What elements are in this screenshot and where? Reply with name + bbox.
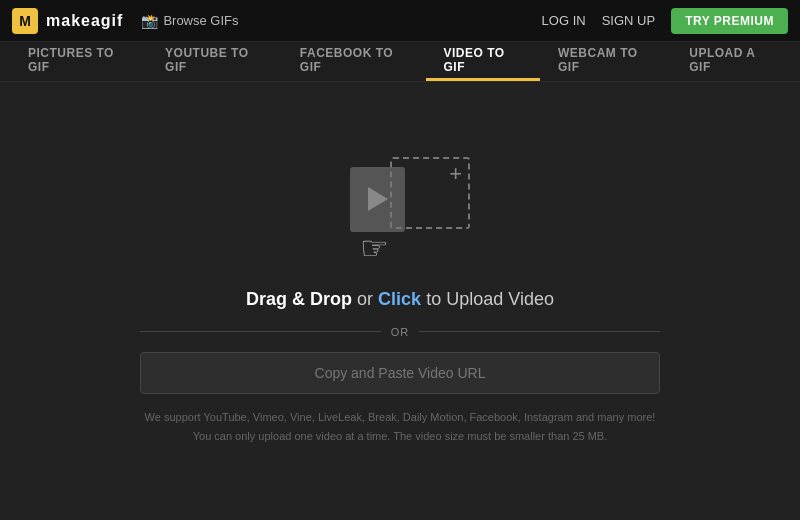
nav-right: LOG IN SIGN UP TRY PREMIUM xyxy=(542,8,788,34)
tab-upload[interactable]: UPLOAD A GIF xyxy=(671,42,790,81)
tab-video[interactable]: VIDEO TO GIF xyxy=(426,42,541,81)
url-input[interactable] xyxy=(140,352,660,394)
support-line2: You can only upload one video at a time.… xyxy=(145,427,656,446)
to-upload-label: to Upload Video xyxy=(421,289,554,309)
browse-gifs-button[interactable]: 📸 Browse GIFs xyxy=(141,13,238,29)
tab-navigation: PICTURES TO GIF YOUTUBE TO GIF FACEBOOK … xyxy=(0,42,800,82)
top-navigation: M makeagif 📸 Browse GIFs LOG IN SIGN UP … xyxy=(0,0,800,42)
or-line-left xyxy=(140,331,381,332)
tab-webcam[interactable]: WEBCAM TO GIF xyxy=(540,42,671,81)
or-divider: OR xyxy=(140,326,660,338)
support-text: We support YouTube, Vimeo, Vine, LiveLea… xyxy=(145,408,656,445)
click-label: Click xyxy=(378,289,421,309)
logo-text: makeagif xyxy=(46,12,123,30)
upload-prompt-text: Drag & Drop or Click to Upload Video xyxy=(246,289,554,310)
logo-area: M makeagif xyxy=(12,8,123,34)
browse-icon: 📸 xyxy=(141,13,158,29)
tab-facebook[interactable]: FACEBOOK TO GIF xyxy=(282,42,426,81)
or-line-right xyxy=(419,331,660,332)
browse-label: Browse GIFs xyxy=(163,13,238,28)
or-text-inline: or xyxy=(352,289,378,309)
drag-drop-label: Drag & Drop xyxy=(246,289,352,309)
drop-zone-icon: + ☞ xyxy=(330,157,470,267)
plus-icon: + xyxy=(449,163,462,185)
play-triangle-icon xyxy=(368,187,388,211)
or-label: OR xyxy=(391,326,410,338)
url-input-wrapper xyxy=(140,352,660,394)
try-premium-button[interactable]: TRY PREMIUM xyxy=(671,8,788,34)
main-upload-area[interactable]: + ☞ Drag & Drop or Click to Upload Video… xyxy=(0,82,800,520)
login-link[interactable]: LOG IN xyxy=(542,13,586,28)
signup-link[interactable]: SIGN UP xyxy=(602,13,655,28)
hand-cursor-icon: ☞ xyxy=(360,229,389,267)
tab-pictures[interactable]: PICTURES TO GIF xyxy=(10,42,147,81)
support-line1: We support YouTube, Vimeo, Vine, LiveLea… xyxy=(145,408,656,427)
tab-youtube[interactable]: YOUTUBE TO GIF xyxy=(147,42,282,81)
logo-icon: M xyxy=(12,8,38,34)
